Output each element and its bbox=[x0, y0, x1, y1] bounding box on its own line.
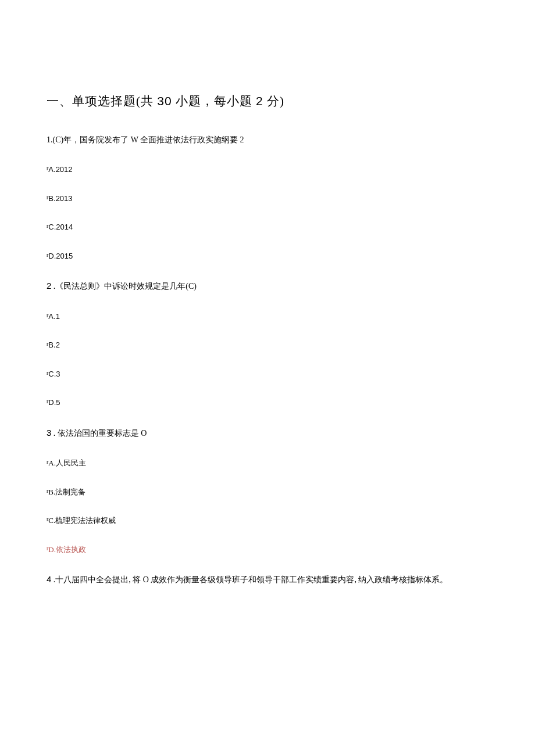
option-label: D.依法执政 bbox=[48, 545, 86, 554]
question-1: 1.(C)年，国务院发布了 W 全面推进依法行政实施纲要 2 bbox=[47, 134, 488, 146]
option-label: B.2013 bbox=[48, 194, 72, 203]
q1-option-a: rA.2012 bbox=[47, 164, 488, 175]
q3-option-d: rD.依法执政 bbox=[47, 544, 488, 556]
option-label: A.人民民主 bbox=[48, 458, 86, 467]
heading-suffix: 分) bbox=[263, 94, 284, 108]
q4-text: .十八届四中全会提出, 将 O 成效作为衡量各级领导班子和领导干部工作实绩重要内… bbox=[51, 575, 448, 584]
q3-option-b: rB.法制完备 bbox=[47, 486, 488, 498]
option-label: A.2012 bbox=[48, 165, 72, 174]
q2-option-a: rA.1 bbox=[47, 311, 488, 323]
question-3: 3 . 依法治国的重要标志是 O bbox=[47, 426, 488, 440]
question-2: 2 .《民法总则》中诉讼时效规定是几年(C) bbox=[47, 279, 488, 293]
q3-text: . 依法治国的重要标志是 O bbox=[51, 429, 147, 438]
option-label: D.2015 bbox=[48, 252, 73, 260]
option-label: D.5 bbox=[48, 398, 60, 407]
q2-option-c: rC.3 bbox=[47, 368, 488, 380]
heading-count: 30 bbox=[157, 94, 172, 108]
question-4: 4 .十八届四中全会提出, 将 O 成效作为衡量各级领导班子和领导干部工作实绩重… bbox=[47, 572, 488, 586]
q1-option-b: rB.2013 bbox=[47, 193, 488, 205]
option-label: C.3 bbox=[48, 370, 60, 378]
option-label: C.2014 bbox=[48, 223, 73, 231]
option-label: A.1 bbox=[48, 312, 60, 321]
q3-option-c: rC.梳理宪法法律权威 bbox=[47, 515, 488, 526]
document-page: 一、单项选择题(共 30 小题，每小题 2 分) 1.(C)年，国务院发布了 W… bbox=[0, 0, 535, 756]
q1-option-d: rD.2015 bbox=[47, 250, 488, 262]
heading-points: 2 bbox=[256, 94, 263, 108]
q1-option-c: rC.2014 bbox=[47, 221, 488, 233]
heading-mid: 小题，每小题 bbox=[172, 94, 256, 108]
q3-option-a: rA.人民民主 bbox=[47, 457, 488, 469]
q2-text: .《民法总则》中诉讼时效规定是几年(C) bbox=[51, 282, 197, 291]
section-heading: 一、单项选择题(共 30 小题，每小题 2 分) bbox=[47, 93, 488, 109]
heading-prefix: 一、单项选择题(共 bbox=[47, 94, 157, 108]
option-label: C.梳理宪法法律权威 bbox=[48, 516, 116, 525]
option-label: B.法制完备 bbox=[48, 488, 85, 496]
option-label: B.2 bbox=[48, 341, 60, 349]
q2-option-d: rD.5 bbox=[47, 397, 488, 409]
q2-option-b: rB.2 bbox=[47, 339, 488, 351]
